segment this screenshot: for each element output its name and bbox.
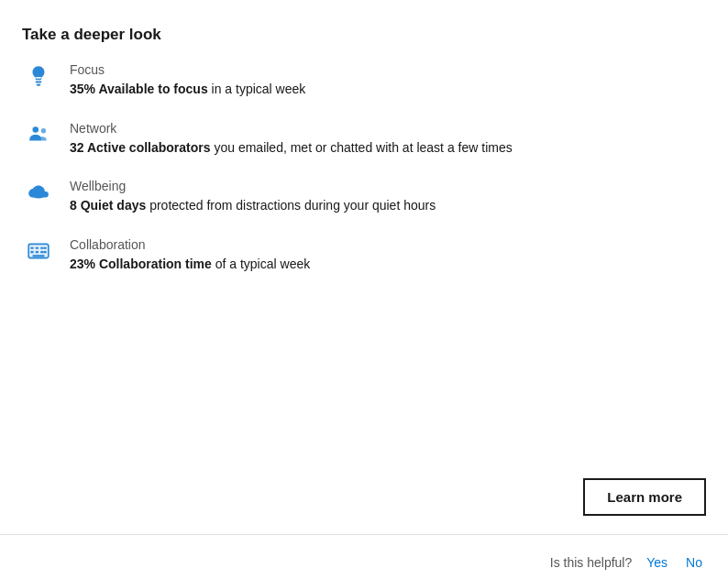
network-text: Network 32 Active collaborators you emai… [70,121,513,158]
svg-rect-9 [30,251,33,253]
focus-detail: 35% Available to focus in a typical week [70,81,305,99]
network-icon [22,123,55,147]
svg-rect-12 [43,251,46,253]
svg-point-1 [41,128,46,133]
section-title: Take a deeper look [22,26,706,44]
wellbeing-bold: 8 Quiet days [70,198,146,213]
helpful-label: Is this helpful? [550,555,633,570]
main-content: Take a deeper look Focus 35% Available t… [0,0,728,467]
insight-wellbeing: Wellbeing 8 Quiet days protected from di… [22,179,706,215]
svg-point-0 [33,126,39,133]
collaboration-detail: 23% Collaboration time of a typical week [70,256,310,274]
collaboration-category: Collaboration [70,237,310,252]
focus-category: Focus [70,62,305,77]
wellbeing-detail: 8 Quiet days protected from distractions… [70,197,436,215]
focus-bold: 35% Available to focus [70,82,208,96]
svg-rect-10 [36,251,39,253]
insight-network: Network 32 Active collaborators you emai… [22,121,706,158]
collaboration-rest: of a typical week [212,257,310,271]
divider [0,534,728,535]
svg-point-2 [31,191,45,199]
focus-icon [22,64,55,88]
focus-rest: in a typical week [208,82,306,96]
svg-rect-8 [43,246,46,248]
wellbeing-icon [22,180,55,204]
network-detail: 32 Active collaborators you emailed, met… [70,139,513,158]
helpful-section: Is this helpful? Yes No [0,546,728,579]
wellbeing-rest: protected from distractions during your … [146,198,436,213]
svg-rect-13 [33,255,45,257]
svg-rect-11 [40,251,43,253]
no-button[interactable]: No [682,553,706,572]
insight-collaboration: Collaboration 23% Collaboration time of … [22,237,706,274]
network-category: Network [70,121,513,136]
network-bold: 32 Active collaborators [70,140,211,155]
insight-focus: Focus 35% Available to focus in a typica… [22,62,706,99]
focus-text: Focus 35% Available to focus in a typica… [70,62,305,99]
collaboration-text: Collaboration 23% Collaboration time of … [70,237,310,274]
svg-rect-5 [30,246,33,248]
network-rest: you emailed, met or chatted with at leas… [211,140,513,155]
wellbeing-text: Wellbeing 8 Quiet days protected from di… [70,179,436,215]
learn-more-button[interactable]: Learn more [583,478,706,516]
yes-button[interactable]: Yes [643,553,671,572]
collaboration-icon [22,239,55,263]
wellbeing-category: Wellbeing [70,179,436,193]
collaboration-bold: 23% Collaboration time [70,257,212,271]
bottom-section: Learn more [0,467,728,534]
svg-rect-6 [36,246,39,248]
svg-rect-7 [40,246,43,248]
